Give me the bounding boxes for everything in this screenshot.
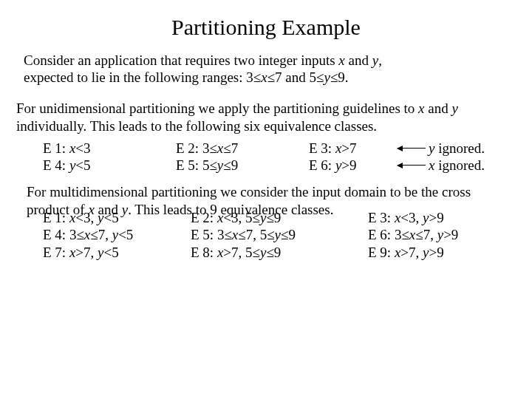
t: ≤9	[266, 210, 281, 225]
var: y	[217, 157, 223, 173]
t: E 2:	[191, 210, 217, 225]
eq-row: E 1: x<3 E 2: 3≤x≤7 E 3: x>7 y ignored.	[43, 140, 516, 157]
t: E 6:	[309, 157, 335, 173]
t: >9	[429, 245, 443, 260]
t: and	[428, 100, 451, 116]
t: E 5: 5≤	[176, 157, 217, 173]
var: x	[232, 227, 238, 242]
t: E 4: 3≤	[43, 227, 84, 242]
t: ignored.	[434, 157, 485, 173]
var: x	[84, 227, 90, 242]
t: E 4:	[43, 157, 69, 173]
t: E 7:	[43, 245, 69, 260]
t: <5	[103, 245, 118, 260]
uni-classes: E 1: x<3 E 2: 3≤x≤7 E 3: x>7 y ignored. …	[16, 140, 516, 175]
t: <3	[75, 140, 90, 156]
t: ≤7,	[415, 227, 437, 242]
eq-row: E 1: x<3, y<5 E 2: x<3, 5≤y≤9 E 3: x<3, …	[43, 209, 511, 227]
var-y: y	[324, 69, 330, 85]
t: >7,	[400, 245, 423, 260]
t: <5	[118, 227, 133, 242]
arrow-left-icon	[398, 148, 426, 149]
t: ≤7, 5≤	[238, 227, 274, 242]
var: y	[112, 227, 118, 242]
t: E 5: 3≤	[191, 227, 232, 242]
t: >7, 5≤	[223, 245, 260, 260]
eq-row: E 4: 3≤x≤7, y<5 E 5: 3≤x≤7, 5≤y≤9 E 6: 3…	[43, 226, 511, 244]
t: >9	[443, 227, 458, 242]
slide-title: Partitioning Example	[16, 13, 516, 41]
t: E 2: 3≤	[176, 140, 217, 156]
t: ≤9	[281, 227, 296, 242]
eq-row: E 4: y<5 E 5: 5≤y≤9 E 6: y>9 x ignored.	[43, 157, 516, 174]
t: >7,	[75, 245, 98, 260]
t: ≤9	[266, 245, 281, 260]
t: ,	[378, 52, 382, 68]
t: >9	[341, 157, 356, 173]
eq-row: E 7: x>7, y<5 E 8: x>7, 5≤y≤9 E 9: x>7, …	[43, 244, 511, 262]
t: individually. This leads to the followin…	[16, 118, 377, 134]
t: E 8:	[191, 245, 217, 260]
var: x	[409, 227, 415, 242]
t: >7	[341, 140, 356, 156]
arrow-left-icon	[398, 165, 426, 166]
intro-text: Consider an application that requires tw…	[24, 52, 508, 87]
var: x	[217, 140, 223, 156]
var-y: y	[372, 52, 378, 68]
var-x: x	[418, 100, 428, 116]
t: >9	[429, 210, 443, 225]
t: ≤9.	[330, 69, 349, 85]
t: E 3:	[368, 210, 395, 225]
multi-section: For multidimensional partitioning we con…	[27, 183, 511, 262]
t: Consider an application that requires tw…	[24, 52, 338, 68]
t: E 1:	[43, 210, 69, 225]
t: and	[345, 52, 372, 68]
t: ignored.	[434, 140, 485, 156]
var: y	[437, 227, 443, 242]
multi-classes: E 1: x<3, y<5 E 2: x<3, 5≤y≤9 E 3: x<3, …	[27, 209, 511, 262]
t: E 6: 3≤	[368, 227, 409, 242]
t: <5	[103, 210, 118, 225]
var-x: x	[261, 69, 267, 85]
t: ≤9	[223, 157, 238, 173]
uni-text: For unidimensional partitioning we apply…	[16, 100, 516, 135]
t: E 3:	[309, 140, 335, 156]
t: E 9:	[368, 245, 395, 260]
t: <3,	[400, 210, 423, 225]
t: expected to lie in the following ranges:…	[24, 69, 261, 85]
t: <3, 5≤	[223, 210, 260, 225]
var: y	[275, 227, 281, 242]
t: ≤7	[223, 140, 238, 156]
t: ≤7 and 5≤	[267, 69, 324, 85]
t: ≤7,	[90, 227, 112, 242]
t: <5	[75, 157, 90, 173]
t: For unidimensional partitioning we apply…	[16, 100, 418, 116]
t: <3,	[75, 210, 98, 225]
var-y: y	[451, 100, 457, 116]
var-x: x	[338, 52, 344, 68]
t: E 1:	[43, 140, 69, 156]
